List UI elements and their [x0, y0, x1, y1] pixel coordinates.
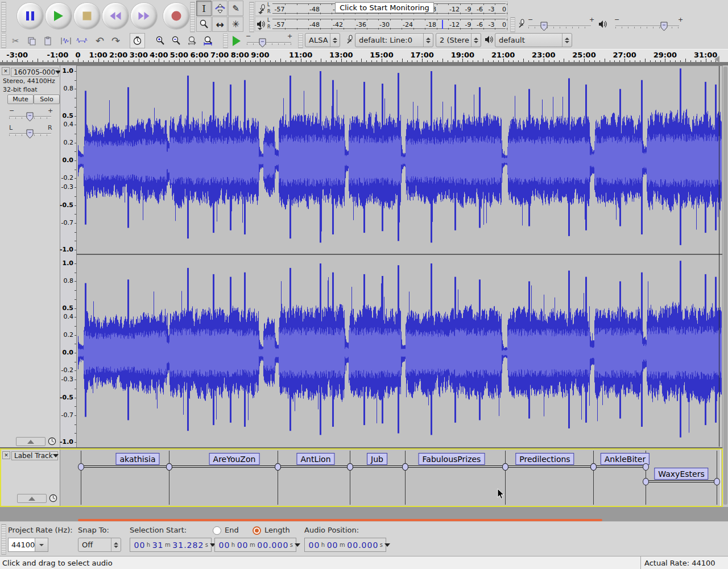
solo-button[interactable]: Solo: [34, 94, 60, 104]
waveform-display[interactable]: [77, 65, 722, 447]
draw-tool-button[interactable]: ✎: [228, 1, 243, 16]
selection-length-field[interactable]: 00h00m00.000s: [214, 538, 296, 552]
collapse-track-button[interactable]: [16, 437, 46, 446]
edit-toolbar-grip[interactable]: [1, 34, 6, 48]
label-bar[interactable]: [507, 465, 591, 468]
selection-start-field[interactable]: 00h31m31.282s: [130, 538, 212, 552]
input-volume-slider[interactable]: [528, 26, 591, 26]
playback-device-select[interactable]: default: [495, 33, 572, 47]
device-toolbar-grip[interactable]: [298, 34, 303, 48]
input-volume-thumb[interactable]: [540, 22, 548, 31]
label-chip[interactable]: AreYouZon: [209, 453, 260, 465]
zoom-in-button[interactable]: [152, 33, 168, 48]
spinner[interactable]: [330, 34, 340, 47]
tools-toolbar-grip[interactable]: [190, 2, 195, 32]
speed-thumb[interactable]: [259, 38, 266, 48]
selection-length-radio[interactable]: [253, 526, 261, 535]
transcription-toolbar-grip[interactable]: [223, 34, 228, 48]
stop-button[interactable]: [74, 3, 100, 29]
label-handle[interactable]: [347, 463, 353, 471]
label-chip[interactable]: Predilections: [515, 453, 574, 465]
cut-button[interactable]: ✂: [8, 33, 23, 48]
output-volume-slider[interactable]: [615, 26, 679, 26]
project-rate-dropdown[interactable]: [35, 538, 48, 552]
selection-end-radio[interactable]: [213, 526, 221, 535]
label-handle[interactable]: [590, 463, 597, 471]
collapse-label-track-button[interactable]: [17, 494, 47, 503]
spinner[interactable]: [423, 34, 433, 47]
label-handle[interactable]: [78, 463, 84, 471]
vertical-scrollbar-thumb[interactable]: [723, 67, 727, 505]
selection-tool-button[interactable]: I: [196, 1, 212, 16]
snap-to-select[interactable]: Off: [78, 538, 121, 552]
recording-channels-select[interactable]: 2 (Stere: [436, 33, 481, 47]
spinner[interactable]: [562, 34, 572, 47]
project-rate-input[interactable]: 44100: [8, 538, 35, 552]
gain-thumb[interactable]: [26, 112, 34, 122]
label-chip[interactable]: Jub: [367, 453, 387, 465]
forward-button[interactable]: [131, 3, 157, 29]
multi-tool-button[interactable]: ✳: [228, 17, 243, 32]
pause-button[interactable]: [17, 3, 43, 29]
spinner[interactable]: [111, 538, 121, 551]
timeshift-tool-button[interactable]: ↔: [212, 17, 228, 32]
label-boundary-line[interactable]: [593, 451, 594, 505]
meter-dropdown-arrow[interactable]: [258, 12, 263, 14]
label-bar[interactable]: [595, 465, 643, 468]
selection-length-radio-label[interactable]: Length: [264, 526, 290, 534]
play-button[interactable]: [46, 3, 72, 29]
label-track-title-menu[interactable]: Label Track: [11, 451, 58, 460]
pan-thumb[interactable]: [26, 129, 34, 139]
mute-button[interactable]: Mute: [7, 94, 34, 104]
label-chip[interactable]: FabulousPrizes: [419, 453, 485, 465]
output-volume-thumb[interactable]: [660, 22, 668, 31]
meter-toolbar-grip[interactable]: [249, 2, 254, 32]
label-boundary-line[interactable]: [278, 451, 278, 505]
label-boundary-line[interactable]: [505, 451, 506, 505]
label-boundary-line[interactable]: [81, 451, 81, 505]
playback-meter[interactable]: L R -57-48-42-36-30-24-18-12-9-6-30: [255, 17, 508, 31]
paste-button[interactable]: [40, 33, 55, 48]
time-dropdown-arrow[interactable]: [295, 543, 300, 547]
label-boundary-line[interactable]: [405, 451, 406, 505]
label-chip[interactable]: akathisia: [115, 453, 159, 465]
envelope-tool-button[interactable]: [212, 1, 228, 16]
silence-button[interactable]: [74, 33, 89, 48]
track-title-menu[interactable]: 160705-000: [11, 68, 59, 77]
label-boundary-line[interactable]: [350, 451, 350, 505]
label-handle[interactable]: [643, 478, 649, 485]
label-handle[interactable]: [502, 463, 508, 471]
transport-toolbar-grip[interactable]: [1, 2, 6, 32]
label-handle[interactable]: [166, 463, 172, 471]
meter-dropdown-arrow[interactable]: [258, 28, 262, 30]
label-track-content[interactable]: akathisiaAreYouZonAntLionJubFabulousPriz…: [77, 450, 723, 506]
fit-selection-button[interactable]: [184, 33, 200, 48]
playback-speed-slider[interactable]: [247, 42, 291, 43]
label-handle[interactable]: [275, 463, 281, 471]
recording-meter[interactable]: L R -57-48-42-36-30-24-18-12-9-6-30 Clic…: [255, 1, 508, 16]
close-label-track-button[interactable]: ✕: [2, 451, 10, 459]
label-chip[interactable]: AntLion: [296, 453, 334, 465]
trim-button[interactable]: [58, 33, 73, 48]
zoom-out-button[interactable]: [168, 33, 184, 48]
label-bar[interactable]: [280, 465, 348, 468]
label-chip[interactable]: AnkleBiter: [601, 453, 650, 465]
close-track-button[interactable]: ✕: [2, 67, 10, 75]
monitoring-tooltip[interactable]: Click to Start Monitoring: [335, 2, 434, 13]
spinner[interactable]: [471, 34, 481, 47]
mixer-toolbar-grip[interactable]: [510, 17, 515, 32]
redo-button[interactable]: ↷: [108, 33, 123, 48]
label-bar[interactable]: [352, 465, 403, 468]
label-bar[interactable]: [83, 465, 167, 468]
rewind-button[interactable]: [102, 3, 129, 29]
sync-lock-button[interactable]: [130, 33, 145, 48]
selection-end-radio-label[interactable]: End: [225, 526, 239, 534]
vertical-scrollbar[interactable]: [722, 65, 728, 507]
undo-button[interactable]: ↶: [92, 33, 107, 48]
label-bar[interactable]: [171, 465, 275, 468]
label-boundary-line[interactable]: [169, 451, 169, 505]
selection-toolbar-grip[interactable]: [1, 524, 6, 555]
copy-button[interactable]: [24, 33, 39, 48]
recording-device-select[interactable]: default: Line:0: [355, 33, 433, 47]
zoom-tool-button[interactable]: [196, 17, 212, 32]
